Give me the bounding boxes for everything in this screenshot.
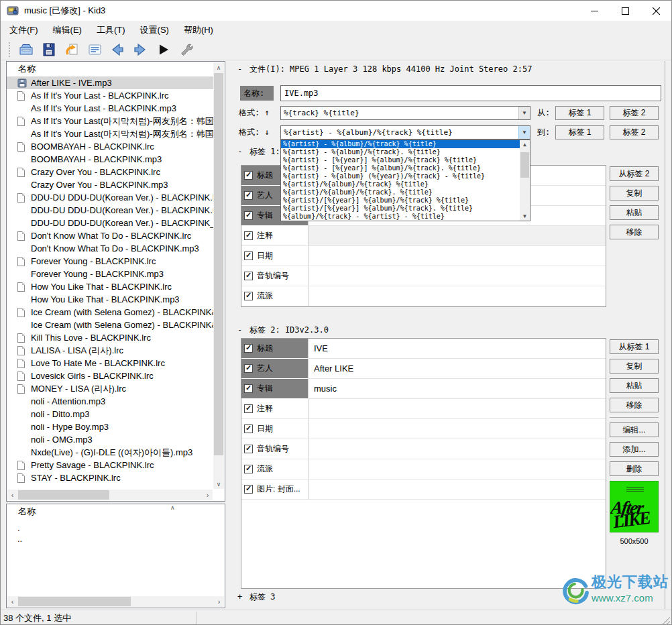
field-value[interactable] xyxy=(309,419,606,439)
from-tag2-button[interactable]: 从标签 2 xyxy=(610,166,659,181)
file-row[interactable]: STAY - BLACKPINK.lrc xyxy=(7,471,213,484)
file-row[interactable]: LALISA - LISA (리사).lrc xyxy=(7,344,213,357)
file-list-horizontal-scrollbar[interactable]: ‹ › xyxy=(7,490,213,500)
file-row[interactable]: Lovesick Girls - BLACKPINK.lrc xyxy=(7,370,213,382)
field-value[interactable] xyxy=(309,266,606,286)
collapse-indicator[interactable]: - xyxy=(237,64,249,74)
maximize-button[interactable] xyxy=(610,1,640,21)
checkbox-checked-icon[interactable] xyxy=(244,292,253,300)
directory-row[interactable]: . xyxy=(7,523,225,534)
scroll-down-icon[interactable]: ▼ xyxy=(520,212,530,221)
scroll-right-icon[interactable]: › xyxy=(214,598,224,606)
dropdown-item[interactable]: %{artist}/%{album}/%{track} %{title} xyxy=(281,180,520,188)
checkbox-checked-icon[interactable] xyxy=(244,485,253,494)
collapse-indicator[interactable]: - xyxy=(237,325,249,335)
file-row[interactable]: MONEY - LISA (리사).lrc xyxy=(7,382,213,395)
field-value[interactable]: music xyxy=(309,379,606,399)
file-row[interactable]: As If It's Your Last - BLACKPINK.mp3 xyxy=(7,102,213,115)
file-row[interactable]: DDU-DU DDU-DU(Korean Ver.) - BLACKPINK.m xyxy=(7,204,213,217)
checkbox-checked-icon[interactable] xyxy=(244,445,253,453)
save-icon[interactable] xyxy=(40,42,57,58)
file-row[interactable]: Kill This Love - BLACKPINK.lrc xyxy=(7,331,213,344)
format-from-filename-combobox[interactable]: %{track} %{title} ▼ xyxy=(280,106,530,120)
format-to-filename-combobox[interactable]: %{artist} - %{album}/%{track} %{title} ▼ xyxy=(280,125,530,139)
add-button[interactable]: 添加... xyxy=(610,442,659,457)
field-value[interactable]: IVE xyxy=(309,339,606,359)
menu-item-0[interactable]: 文件(F) xyxy=(2,21,46,40)
chevron-down-icon[interactable]: ▼ xyxy=(518,107,530,119)
file-row[interactable]: Forever Young - BLACKPINK.lrc xyxy=(7,255,213,268)
field-value[interactable] xyxy=(309,246,606,266)
copy-button[interactable]: 复制 xyxy=(610,359,659,374)
file-row[interactable]: Ice Cream (with Selena Gomez) - BLACKPIN… xyxy=(7,319,213,331)
checkbox-checked-icon[interactable] xyxy=(244,211,253,220)
field-value[interactable] xyxy=(309,399,606,419)
combobox-value[interactable]: %{artist} - %{album}/%{track} %{title} xyxy=(284,126,516,139)
checkbox-checked-icon[interactable] xyxy=(244,364,253,373)
dropdown-item[interactable]: %{artist} - %{album}/%{track} %{title} xyxy=(281,140,520,148)
to-tag1-button[interactable]: 标签 1 xyxy=(555,125,604,139)
remove-button[interactable]: 移除 xyxy=(610,398,659,412)
checkbox-checked-icon[interactable] xyxy=(244,344,253,353)
minimize-button[interactable] xyxy=(579,1,610,21)
dropdown-item[interactable]: %{artist} - %{album}/%{track}. %{title} xyxy=(281,148,520,156)
dropdown-item[interactable]: %{album}/%{track} - %{artist} - %{title} xyxy=(281,213,520,221)
to-tag2-button[interactable]: 标签 2 xyxy=(610,125,659,139)
menu-item-1[interactable]: 编辑(E) xyxy=(46,21,89,40)
file-row[interactable]: As If It's Your Last(마지막처럼)-网友别名：韩国证 xyxy=(7,115,213,127)
close-button[interactable] xyxy=(640,1,671,21)
checkbox-checked-icon[interactable] xyxy=(244,171,253,180)
file-row[interactable]: BOOMBAYAH - BLACKPINK.mp3 xyxy=(7,153,213,166)
resize-grip[interactable] xyxy=(662,616,670,624)
playlist-icon[interactable] xyxy=(86,42,103,58)
file-row[interactable]: Forever Young - BLACKPINK.mp3 xyxy=(7,268,213,280)
checkbox-checked-icon[interactable] xyxy=(244,404,253,413)
collapse-indicator[interactable]: - xyxy=(237,147,249,156)
combobox-value[interactable]: %{track} %{title} xyxy=(284,107,516,119)
chevron-down-icon[interactable]: ▼ xyxy=(518,126,530,139)
file-row[interactable]: How You Like That - BLACKPINK.mp3 xyxy=(7,293,213,306)
scroll-left-icon[interactable]: ‹ xyxy=(7,491,17,499)
file-row[interactable]: After LIKE - IVE.mp3 xyxy=(7,76,213,89)
tag2-section-header[interactable]: -标签 2: ID3v2.3.0 xyxy=(237,325,329,335)
previous-icon[interactable] xyxy=(109,42,125,58)
field-value[interactable] xyxy=(309,459,606,479)
checkbox-checked-icon[interactable] xyxy=(244,191,253,200)
dropdown-item[interactable]: %{artist}/%{album}/%{track}. %{title} xyxy=(281,188,520,196)
dropdown-item[interactable]: %{artist}/[%{year}] %{album}/%{track} %{… xyxy=(281,196,520,205)
checkbox-checked-icon[interactable] xyxy=(244,251,253,260)
file-row[interactable]: BOOMBAYAH - BLACKPINK.lrc xyxy=(7,140,213,153)
file-row[interactable]: Love To Hate Me - BLACKPINK.lrc xyxy=(7,357,213,370)
album-art-thumbnail[interactable]: AfterLIKE xyxy=(610,481,659,532)
dropdown-item[interactable]: %{artist} - %{album} (%{year})/%{track} … xyxy=(281,172,520,180)
file-row[interactable]: Pretty Savage - BLACKPINK.lrc xyxy=(7,459,213,471)
scrollbar-thumb[interactable] xyxy=(18,490,109,500)
file-row[interactable]: How You Like That - BLACKPINK.lrc xyxy=(7,280,213,293)
dropdown-scrollbar[interactable]: ▲ ▼ xyxy=(520,140,530,221)
file-row[interactable]: noli - Attention.mp3 xyxy=(7,395,213,408)
scrollbar-thumb[interactable] xyxy=(214,73,223,455)
scrollbar-thumb[interactable] xyxy=(520,152,529,178)
dropdown-item[interactable]: %{artist}/[%{year}] %{album}/%{track}. %… xyxy=(281,205,520,213)
scroll-up-icon[interactable]: ▲ xyxy=(520,140,530,149)
splitter-collapse-icon[interactable]: ∧ xyxy=(170,504,175,511)
field-value[interactable] xyxy=(309,286,606,306)
checkbox-checked-icon[interactable] xyxy=(244,424,253,433)
file-row[interactable]: noli - Ditto.mp3 xyxy=(7,408,213,420)
scroll-right-icon[interactable]: › xyxy=(203,491,213,499)
file-row[interactable]: As If It's Your Last - BLACKPINK.lrc xyxy=(7,89,213,102)
scroll-up-icon[interactable]: ∧ xyxy=(213,62,224,72)
checkbox-checked-icon[interactable] xyxy=(244,272,253,280)
file-row[interactable]: DDU-DU DDU-DU(Korean Ver.) - BLACKPINK.l… xyxy=(7,191,213,204)
scroll-left-icon[interactable]: ‹ xyxy=(7,598,17,606)
field-value[interactable] xyxy=(309,479,606,500)
directory-horizontal-scrollbar[interactable]: ‹ › xyxy=(7,596,224,607)
file-list-vertical-scrollbar[interactable]: ∧ ∨ xyxy=(213,62,224,489)
from-tag1-button[interactable]: 从标签 1 xyxy=(610,339,659,354)
dropdown-item[interactable]: %{artist} - [%{year}] %{album}/%{track}.… xyxy=(281,164,520,172)
dropdown-item[interactable]: %{artist} - [%{year}] %{album}/%{track} … xyxy=(281,156,520,164)
open-icon[interactable] xyxy=(17,42,34,58)
filename-input[interactable]: IVE.mp3 xyxy=(280,85,661,101)
paste-button[interactable]: 粘贴 xyxy=(610,378,659,393)
field-value[interactable]: After LIKE xyxy=(309,359,606,379)
